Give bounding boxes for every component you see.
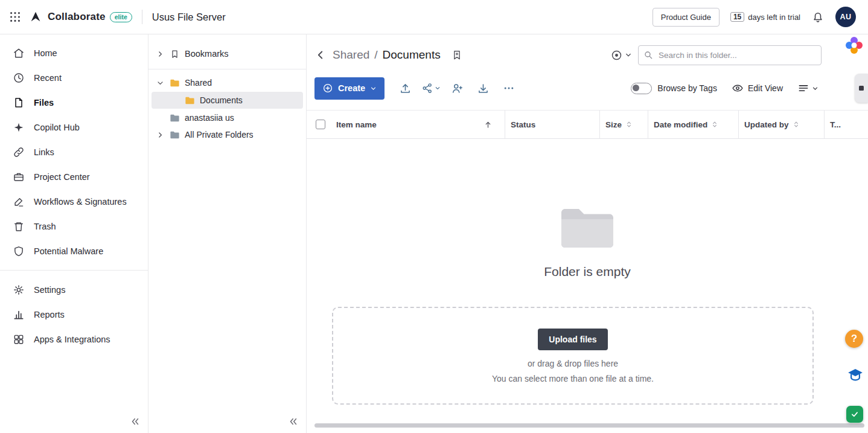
tree-node-label: Documents	[200, 95, 243, 105]
select-all-checkbox[interactable]	[316, 120, 325, 129]
tree-node-documents[interactable]: Documents	[152, 92, 303, 109]
breadcrumb-current: Documents	[383, 48, 441, 62]
bookmarks-row[interactable]: Bookmarks	[148, 42, 306, 66]
column-size[interactable]: Size	[599, 111, 648, 138]
sidebar-item-settings[interactable]: Settings	[0, 277, 148, 302]
sort-ascending-icon[interactable]	[483, 120, 493, 129]
tree-node-label: Shared	[185, 78, 212, 88]
sidebar-item-potential-malware[interactable]: Potential Malware	[0, 239, 148, 263]
search-scope-button[interactable]	[610, 49, 632, 62]
sidebar-item-apps-integrations[interactable]: Apps & Integrations	[0, 327, 148, 351]
tree-node-all-private-folders[interactable]: All Private Folders	[148, 126, 306, 143]
sort-toggle-icon[interactable]	[625, 120, 633, 129]
sidebar-item-label: Workflows & Signatures	[34, 197, 127, 207]
trash-icon	[13, 220, 25, 233]
person-add-icon	[451, 82, 464, 95]
sidebar-item-label: Home	[34, 48, 57, 58]
floating-graduation-cap-icon[interactable]	[846, 366, 864, 384]
sidebar-item-label: Settings	[34, 285, 65, 295]
sort-toggle-icon[interactable]	[710, 120, 719, 129]
notifications-button[interactable]	[811, 10, 825, 24]
product-guide-button[interactable]: Product Guide	[653, 8, 720, 27]
link-icon	[13, 146, 25, 158]
sidebar-item-label: Files	[34, 98, 54, 107]
column-updated-by[interactable]: Updated by	[738, 111, 824, 138]
floating-green-app-icon[interactable]	[846, 406, 863, 423]
search-input[interactable]	[638, 45, 822, 65]
horizontal-scrollbar[interactable]	[314, 423, 864, 428]
sidebar-item-project-center[interactable]: Project Center	[0, 164, 148, 189]
sidebar-item-workflows-signatures[interactable]: Workflows & Signatures	[0, 189, 148, 214]
topbar: Collaborate elite Usus File Server Produ…	[0, 0, 868, 34]
main-content: Shared / Documents	[307, 34, 868, 433]
back-button[interactable]	[313, 47, 328, 63]
sidebar-item-reports[interactable]: Reports	[0, 302, 148, 327]
column-tags-truncated[interactable]: T...	[824, 111, 868, 138]
file-list-header: Item name Status Size Date modified	[307, 110, 868, 139]
create-button-label: Create	[338, 83, 365, 93]
tree-node-shared[interactable]: Shared	[148, 74, 306, 91]
plus-circle-icon	[322, 83, 333, 94]
brand-name: Collaborate	[48, 11, 106, 23]
create-button[interactable]: Create	[314, 77, 385, 100]
sidebar-item-label: Reports	[34, 310, 65, 319]
chevron-down-icon[interactable]	[156, 79, 165, 87]
sidebar-item-label: Links	[34, 147, 54, 157]
collapse-primary-sidebar-button[interactable]	[130, 416, 141, 427]
upload-icon	[399, 82, 412, 95]
collapse-tree-sidebar-button[interactable]	[288, 416, 299, 427]
drag-drop-hint: or drag & drop files here	[528, 359, 618, 368]
plan-badge: elite	[110, 12, 132, 22]
empty-folder-icon	[559, 205, 616, 251]
sidebar-item-copilot-hub[interactable]: Copilot Hub	[0, 115, 148, 140]
edit-view-label: Edit View	[748, 83, 783, 93]
tree-node-anastasiia-us[interactable]: anastasiia us	[148, 109, 306, 126]
tree-divider	[148, 69, 306, 69]
upload-dropzone[interactable]: Upload files or drag & drop files here Y…	[332, 307, 814, 405]
breadcrumb-separator: /	[374, 48, 377, 62]
folder-tree-sidebar: Bookmarks Shared Document	[148, 34, 307, 433]
view-options-button[interactable]	[797, 82, 819, 94]
tree-node-label: All Private Folders	[185, 130, 254, 140]
floating-extension-pinwheel-icon[interactable]	[844, 35, 864, 56]
edit-view-button[interactable]: Edit View	[732, 82, 783, 94]
sidebar-item-recent[interactable]: Recent	[0, 65, 148, 90]
breadcrumb-parent[interactable]: Shared	[333, 48, 369, 62]
trial-status: 15 days left in trial	[730, 12, 800, 22]
chevron-right-icon[interactable]	[156, 50, 165, 58]
help-button[interactable]: ?	[845, 330, 863, 348]
gear-icon	[13, 284, 25, 296]
workspace-title: Usus File Server	[152, 11, 226, 23]
upload-button[interactable]	[394, 78, 416, 98]
sidebar-item-label: Project Center	[34, 172, 90, 182]
sidebar-item-home[interactable]: Home	[0, 40, 148, 65]
floating-side-tab[interactable]	[855, 74, 868, 103]
download-button[interactable]	[472, 78, 494, 98]
user-avatar[interactable]: AU	[835, 7, 856, 27]
chevron-right-icon[interactable]	[156, 131, 165, 139]
sidebar-item-files[interactable]: Files	[0, 90, 148, 115]
share-button[interactable]	[420, 78, 442, 98]
sidebar-item-trash[interactable]: Trash	[0, 214, 148, 239]
breadcrumb-row: Shared / Documents	[307, 44, 868, 66]
more-actions-button[interactable]	[498, 78, 520, 98]
signature-icon	[13, 196, 25, 208]
sidebar-divider	[0, 270, 148, 271]
sort-toggle-icon[interactable]	[792, 120, 800, 129]
sidebar-item-links[interactable]: Links	[0, 140, 148, 164]
document-icon	[13, 97, 25, 109]
column-label: Size	[605, 120, 622, 129]
column-date-modified[interactable]: Date modified	[648, 111, 738, 138]
sidebar-item-label: Trash	[34, 222, 56, 231]
apps-grid-button[interactable]	[8, 10, 22, 24]
browse-by-tags-toggle[interactable]	[631, 83, 652, 94]
folder-tree: Shared Documents anastasiia us	[148, 74, 306, 143]
apps-icon	[13, 333, 25, 345]
column-status[interactable]: Status	[505, 111, 599, 138]
add-user-button[interactable]	[446, 78, 468, 98]
empty-folder-title: Folder is empty	[544, 265, 631, 279]
upload-files-button[interactable]: Upload files	[538, 329, 607, 350]
add-bookmark-button[interactable]	[450, 48, 464, 62]
column-item-name[interactable]: Item name	[333, 111, 505, 138]
sparkle-icon	[13, 121, 25, 133]
